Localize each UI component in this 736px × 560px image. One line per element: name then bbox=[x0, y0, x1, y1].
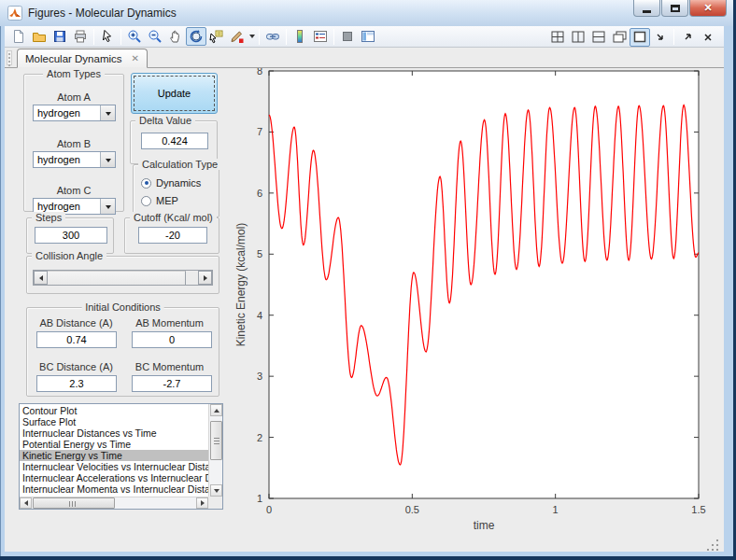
brush-icon[interactable] bbox=[227, 27, 248, 46]
maximize-icon bbox=[671, 5, 680, 12]
tile-rows-icon[interactable] bbox=[588, 28, 609, 47]
x-tick-label: 1 bbox=[553, 504, 559, 515]
pan-icon[interactable] bbox=[165, 27, 186, 46]
collision-angle-slider[interactable] bbox=[33, 270, 213, 286]
slider-trough[interactable] bbox=[186, 271, 198, 285]
radio-dynamics[interactable]: Dynamics bbox=[141, 177, 201, 189]
cutoff-field[interactable] bbox=[138, 227, 207, 244]
update-button[interactable]: Update bbox=[131, 73, 218, 114]
figure-client-area: Atom Types Atom AhydrogenAtom BhydrogenA… bbox=[5, 68, 724, 552]
ab-momentum-field[interactable] bbox=[132, 331, 212, 348]
scroll-left-icon[interactable] bbox=[20, 497, 32, 509]
plot-type-list: Contour PlotSurface PlotInternuclear Dis… bbox=[20, 405, 208, 496]
x-tick-label: 0 bbox=[266, 504, 272, 515]
figure-window: Molecular Dynamics ✕ Atom Types Atom Ahy… bbox=[5, 26, 724, 552]
bc-distance-field[interactable] bbox=[36, 375, 117, 392]
window-edge bbox=[0, 556, 736, 560]
tab-molecular-dynamics[interactable]: Molecular Dynamics ✕ bbox=[17, 49, 148, 68]
tab-bar-grip[interactable] bbox=[7, 50, 12, 65]
toolbar-separator bbox=[673, 29, 674, 45]
show-plot-tools-icon[interactable] bbox=[358, 27, 378, 46]
atom-a-dropdown[interactable]: hydrogen bbox=[33, 105, 116, 121]
scroll-up-icon[interactable] bbox=[210, 404, 222, 416]
y-tick-label: 8 bbox=[257, 68, 262, 77]
atom-b-dropdown[interactable]: hydrogen bbox=[33, 151, 116, 168]
scroll-right-icon[interactable] bbox=[196, 497, 208, 509]
chevron-down-icon[interactable] bbox=[100, 199, 115, 214]
list-item[interactable]: Internuclear Momenta vs Internuclear Dis… bbox=[20, 483, 208, 495]
dock-arrow-icon[interactable] bbox=[650, 28, 671, 47]
plot-canvas[interactable] bbox=[269, 71, 699, 498]
close-panel-icon[interactable] bbox=[698, 28, 718, 47]
float-windows-icon[interactable] bbox=[609, 28, 630, 47]
tab-close-icon[interactable]: ✕ bbox=[132, 53, 139, 63]
slider-left-arrow-icon[interactable] bbox=[34, 271, 48, 285]
collision-angle-panel: Collision Angle bbox=[26, 256, 219, 294]
steps-field[interactable] bbox=[35, 227, 107, 244]
tile-columns-icon[interactable] bbox=[568, 28, 588, 47]
minimize-button[interactable] bbox=[633, 0, 660, 17]
hide-plot-tools-icon[interactable] bbox=[337, 27, 358, 46]
data-cursor-icon[interactable] bbox=[206, 27, 227, 46]
radio-mep-icon[interactable] bbox=[141, 196, 151, 206]
insert-colorbar-icon[interactable] bbox=[290, 27, 310, 46]
radio-dynamics-icon[interactable] bbox=[141, 178, 151, 189]
undock-icon[interactable] bbox=[677, 28, 698, 47]
horizontal-scrollbar[interactable] bbox=[20, 497, 208, 509]
plot-axes[interactable]: 00.511.512345678timeKinetic Energy (kcal… bbox=[234, 68, 724, 552]
ab-distance-field[interactable] bbox=[36, 331, 117, 348]
plot-type-listbox[interactable]: Contour PlotSurface PlotInternuclear Dis… bbox=[19, 403, 223, 510]
minimize-icon bbox=[643, 10, 651, 13]
close-button[interactable]: ✕ bbox=[689, 0, 727, 17]
horizontal-scroll-thumb[interactable] bbox=[33, 497, 115, 509]
list-item[interactable]: Internuclear Distances vs Time bbox=[20, 427, 208, 439]
edit-plot-icon[interactable] bbox=[97, 27, 118, 46]
resize-grip-icon[interactable] bbox=[707, 539, 720, 553]
slider-right-arrow-icon[interactable] bbox=[198, 271, 212, 285]
bc-distance-label: BC Distance (A) bbox=[32, 361, 120, 372]
delta-value-field[interactable] bbox=[141, 133, 208, 149]
atom-c-label: Atom C bbox=[24, 185, 123, 196]
radio-mep-label: MEP bbox=[156, 195, 178, 206]
bc-momentum-label: BC Momentum bbox=[125, 361, 214, 372]
tab-bar: Molecular Dynamics ✕ bbox=[5, 48, 724, 68]
print-figure-icon[interactable] bbox=[70, 27, 91, 46]
calculation-type-title: Calculation Type bbox=[138, 159, 221, 170]
maximize-button[interactable] bbox=[661, 0, 688, 17]
insert-legend-icon[interactable] bbox=[310, 27, 331, 46]
steps-panel: Steps bbox=[26, 217, 114, 254]
slider-thumb[interactable] bbox=[48, 271, 186, 285]
open-file-icon[interactable] bbox=[29, 27, 50, 46]
maximize-tab-icon[interactable] bbox=[630, 28, 650, 47]
list-item[interactable]: Kinetic Energy vs Time bbox=[20, 450, 208, 461]
list-item[interactable]: Contour Plot bbox=[20, 405, 208, 416]
new-figure-icon[interactable] bbox=[8, 27, 29, 46]
list-item[interactable]: Internuclear Velocities vs Internuclear … bbox=[20, 461, 208, 472]
bc-momentum-field[interactable] bbox=[132, 375, 212, 392]
zoom-out-icon[interactable] bbox=[145, 27, 165, 46]
tile-grid-icon[interactable] bbox=[547, 28, 568, 47]
vertical-scrollbar[interactable] bbox=[208, 404, 222, 497]
rotate-3d-icon[interactable] bbox=[186, 27, 206, 46]
title-bar: Figures - Molecular Dynamics ✕ bbox=[0, 0, 736, 26]
zoom-in-icon[interactable] bbox=[124, 27, 145, 46]
x-tick-label: 0.5 bbox=[405, 504, 419, 515]
save-figure-icon[interactable] bbox=[50, 27, 70, 46]
link-plot-icon[interactable] bbox=[262, 27, 283, 46]
chevron-down-icon[interactable] bbox=[100, 152, 115, 167]
list-item[interactable]: Potential Energy vs Time bbox=[20, 439, 208, 450]
radio-mep[interactable]: MEP bbox=[141, 195, 178, 206]
list-item[interactable]: Internuclear Accelerations vs Internucle… bbox=[20, 472, 208, 483]
chevron-down-icon[interactable] bbox=[100, 105, 115, 120]
scroll-down-icon[interactable] bbox=[210, 484, 222, 497]
tab-label: Molecular Dynamics bbox=[25, 53, 122, 64]
radio-dynamics-label: Dynamics bbox=[156, 177, 201, 189]
list-item[interactable]: Surface Plot bbox=[20, 416, 208, 427]
brush-dropdown-icon[interactable] bbox=[248, 27, 256, 46]
calculation-type-panel: Calculation Type DynamicsMEP bbox=[133, 164, 219, 217]
atom-types-title: Atom Types bbox=[43, 68, 105, 79]
scrollbar-corner bbox=[208, 497, 222, 509]
x-axis-label: time bbox=[474, 519, 495, 532]
y-tick-label: 3 bbox=[257, 371, 262, 382]
vertical-scroll-thumb[interactable] bbox=[210, 421, 222, 460]
